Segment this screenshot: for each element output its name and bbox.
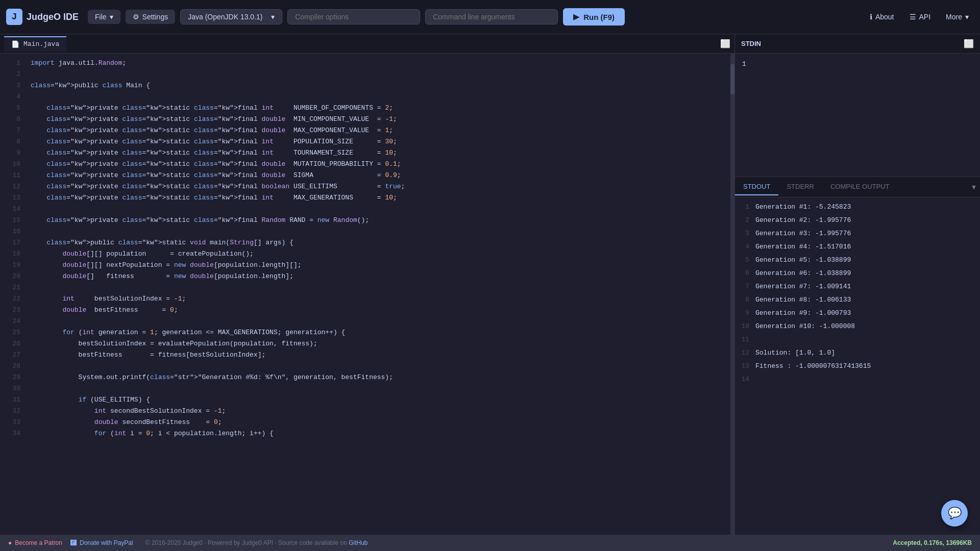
tab-compile-output[interactable]: COMPILE OUTPUT: [822, 179, 898, 195]
output-text: Solution: [1.0, 1.0]: [755, 347, 980, 359]
editor-area[interactable]: 1234567891011121314151617181920212223242…: [0, 54, 734, 535]
output-line: 4 Generation #4: -1.517016: [735, 240, 980, 254]
file-menu-button[interactable]: File ▾: [88, 10, 120, 24]
paypal-icon: 🅿: [70, 539, 77, 546]
output-line: 9 Generation #9: -1.000793: [735, 307, 980, 320]
output-linenum: 8: [735, 294, 755, 306]
stdin-content: 1: [735, 54, 980, 177]
more-chevron-icon: ▾: [965, 13, 969, 21]
api-button[interactable]: ☰ API: [904, 10, 936, 24]
cmdline-args-input[interactable]: [425, 9, 558, 24]
stdin-maximize-button[interactable]: ⬜: [964, 39, 974, 48]
output-text: [755, 374, 980, 385]
stdin-panel: STDIN ⬜ 1: [735, 34, 980, 177]
output-tab-bar: STDOUT STDERR COMPILE OUTPUT ▾: [735, 177, 980, 197]
main-layout: 📄 Main.java ⬜ 12345678910111213141516171…: [0, 34, 980, 535]
gear-icon: ⚙: [133, 13, 139, 21]
output-dropdown-button[interactable]: ▾: [972, 182, 976, 192]
output-line: 14: [735, 373, 980, 386]
output-line: 5 Generation #5: -1.038899: [735, 254, 980, 267]
editor-scrollbar[interactable]: [730, 54, 734, 535]
output-linenum: 3: [735, 228, 755, 239]
footer-patron[interactable]: ● Become a Patron: [8, 539, 62, 546]
stdin-value: 1: [742, 60, 746, 68]
output-linenum: 2: [735, 215, 755, 226]
logo-icon: J: [6, 9, 22, 25]
output-linenum: 14: [735, 374, 755, 385]
output-linenum: 4: [735, 241, 755, 253]
right-panel: STDIN ⬜ 1 STDOUT STDERR COMPILE OUTPUT ▾…: [735, 34, 980, 535]
file-label: File: [95, 13, 107, 21]
run-label: Run (F9): [583, 13, 615, 21]
file-chevron-icon: ▾: [110, 13, 113, 21]
output-text: Generation #1: -5.245823: [755, 202, 980, 213]
output-content: 1 Generation #1: -5.245823 2 Generation …: [735, 197, 980, 535]
editor-tab-bar: 📄 Main.java ⬜: [0, 34, 734, 54]
info-icon: ℹ: [870, 13, 872, 21]
footer-copy: © 2016-2020 Judge0 · Powered by Judge0 A…: [145, 539, 347, 546]
output-linenum: 5: [735, 255, 755, 266]
api-label: API: [919, 13, 931, 21]
output-line: 10 Generation #10: -1.000008: [735, 320, 980, 333]
output-linenum: 13: [735, 361, 755, 372]
about-button[interactable]: ℹ About: [865, 10, 899, 24]
output-linenum: 9: [735, 308, 755, 319]
more-label: More: [946, 13, 962, 21]
more-button[interactable]: More ▾: [941, 10, 974, 24]
output-line: 11: [735, 333, 980, 346]
output-linenum: 7: [735, 281, 755, 292]
settings-label: Settings: [142, 13, 168, 21]
tab-stdout[interactable]: STDOUT: [735, 179, 778, 195]
patron-circle-icon: ●: [8, 539, 12, 546]
line-numbers: 1234567891011121314151617181920212223242…: [0, 54, 26, 535]
output-text: Generation #4: -1.517016: [755, 241, 980, 253]
output-line: 12 Solution: [1.0, 1.0]: [735, 346, 980, 360]
output-text: Generation #6: -1.038899: [755, 268, 980, 279]
header: J JudgeO IDE File ▾ ⚙ Settings Java (Ope…: [0, 0, 980, 34]
patron-label: Become a Patron: [15, 539, 62, 546]
output-line: 8 Generation #8: -1.006133: [735, 293, 980, 307]
editor-maximize-button[interactable]: ⬜: [720, 39, 730, 48]
output-line: 6 Generation #6: -1.038899: [735, 267, 980, 280]
output-linenum: 1: [735, 202, 755, 213]
tab-stderr[interactable]: STDERR: [778, 179, 822, 195]
logo-text: JudgeO IDE: [27, 12, 79, 22]
output-text: Generation #8: -1.006133: [755, 294, 980, 306]
output-text: Generation #9: -1.000793: [755, 308, 980, 319]
chat-bubble-button[interactable]: 💬: [941, 500, 968, 527]
about-label: About: [875, 13, 894, 21]
footer-accepted: Accepted, 0.176s, 13696KB: [893, 539, 972, 546]
file-icon: 📄: [11, 40, 19, 48]
output-line: 13 Fitness : -1.0000076317413615: [735, 360, 980, 373]
settings-button[interactable]: ⚙ Settings: [126, 10, 176, 24]
paypal-label: Donate with PayPal: [80, 539, 133, 546]
language-value: Java (OpenJDK 13.0.1): [188, 13, 262, 21]
output-text: Generation #7: -1.009141: [755, 281, 980, 292]
output-text: Generation #2: -1.995776: [755, 215, 980, 226]
editor-scrollbar-thumb[interactable]: [730, 64, 734, 94]
footer-github-link[interactable]: GitHub: [349, 539, 368, 546]
output-text: [755, 334, 980, 345]
lang-chevron-icon: ▾: [271, 13, 275, 21]
output-text: Generation #5: -1.038899: [755, 255, 980, 266]
footer-paypal[interactable]: 🅿 Donate with PayPal: [70, 539, 133, 546]
run-button[interactable]: ▶ Run (F9): [563, 8, 625, 26]
language-selector[interactable]: Java (OpenJDK 13.0.1) ▾: [180, 9, 282, 24]
compiler-options-input[interactable]: [287, 9, 420, 24]
output-linenum: 12: [735, 347, 755, 359]
output-line: 7 Generation #7: -1.009141: [735, 280, 980, 293]
chat-icon: 💬: [948, 507, 962, 520]
footer: ● Become a Patron 🅿 Donate with PayPal ©…: [0, 535, 980, 551]
play-icon: ▶: [573, 12, 579, 21]
logo-area: J JudgeO IDE: [6, 9, 79, 25]
output-line: 2 Generation #2: -1.995776: [735, 214, 980, 227]
code-content[interactable]: import java.util.Random; class="kw">publ…: [26, 54, 730, 535]
api-icon: ☰: [910, 13, 916, 21]
output-line: 3 Generation #3: -1.995776: [735, 227, 980, 240]
stdin-header: STDIN ⬜: [735, 34, 980, 54]
output-text: Generation #10: -1.000008: [755, 321, 980, 332]
output-text: Generation #3: -1.995776: [755, 228, 980, 239]
editor-tab-main[interactable]: 📄 Main.java: [4, 36, 66, 52]
output-linenum: 11: [735, 334, 755, 345]
editor-tab-label: Main.java: [23, 40, 59, 48]
